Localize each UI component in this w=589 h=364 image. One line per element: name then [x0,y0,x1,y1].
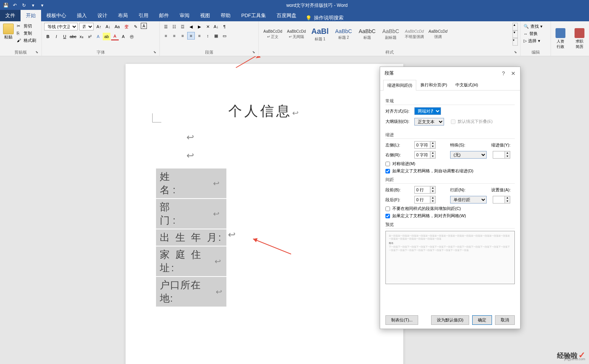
tab-home[interactable]: 开始 [21,10,41,21]
tab-template[interactable]: 模板中心 [41,10,72,21]
superscript-icon[interactable]: x² [86,33,94,40]
clipboard-launcher[interactable]: ⬊ [35,50,40,55]
select-button[interactable]: ▷选择▾ [524,37,548,45]
left-indent-spinner[interactable]: ▲▼ [414,141,436,149]
spinner-down-icon[interactable]: ▼ [430,200,435,203]
undo-icon[interactable]: ↶ [12,3,18,8]
bullets-icon[interactable]: ☰ [162,23,170,30]
font-name-select[interactable]: 等线 (中文正文) [44,23,78,30]
align-center-icon[interactable]: ≡ [170,32,178,40]
tab-help[interactable]: 帮助 [215,10,236,21]
setting-value-input[interactable] [493,197,505,203]
style-no-spacing[interactable]: AaBbCcDd ↵ 无间隔 [285,23,308,46]
find-button[interactable]: 🔍查找▾ [524,23,548,30]
mirror-indent-checkbox-wrapper[interactable]: 对称缩进(M) [385,161,515,167]
document-page[interactable]: 个人信息↩ ↩ ↩ 姓 名:↩ 部 门:↩ 出 生 年 月:↩ 家 庭 住 址:… [126,64,403,364]
phonetic-icon[interactable]: 变 [123,23,130,30]
decrease-indent-icon[interactable]: ◀ [187,23,195,30]
dialog-tab-wrap[interactable]: 换行和分页(P) [416,79,451,90]
replace-button[interactable]: ↔替换 [524,30,548,37]
bold-icon[interactable]: B [44,33,52,40]
enclose-char-icon[interactable]: ㊕ [128,33,135,40]
set-default-button[interactable]: 设为默认值(D) [431,315,469,325]
before-spinner[interactable]: ▲▼ [414,186,436,194]
format-painter-button[interactable]: 🖌格式刷 [16,37,37,44]
show-marks-icon[interactable]: ¶ [221,23,228,30]
underline-icon[interactable]: U [61,33,68,40]
close-icon[interactable]: ✕ [511,70,516,76]
grid-indent-checkbox-wrapper[interactable]: 如果定义了文档网格，则自动调整右缩进(D) [385,168,515,174]
highlight-icon[interactable]: ab [103,33,110,40]
help-search[interactable]: 💡 操作说明搜索 [302,14,347,21]
tab-layout[interactable]: 布局 [113,10,133,21]
spinner-up-icon[interactable]: ▲ [430,186,435,190]
spinner-down-icon[interactable]: ▼ [430,155,435,158]
tab-design[interactable]: 设计 [92,10,113,21]
grid-align-checkbox[interactable] [385,214,390,218]
numbering-icon[interactable]: ☷ [170,23,178,30]
grid-indent-checkbox[interactable] [385,169,390,173]
spinner-up-icon[interactable]: ▲ [505,196,510,200]
save-icon[interactable]: 💾 [3,3,8,8]
cancel-button[interactable]: 取消 [495,315,515,325]
line-spacing-select[interactable]: 单倍行距 [450,196,487,203]
grid-align-checkbox-wrapper[interactable]: 如果定义了文档网格，则对齐到网格(W) [385,213,515,219]
extra-group-2[interactable]: 求职简历 精选 [570,21,589,56]
tab-review[interactable]: 审阅 [174,10,195,21]
shrink-font-icon[interactable]: A↓ [104,23,112,30]
style-title[interactable]: AaBbC 标题 [355,23,379,46]
spinner-down-icon[interactable]: ▼ [430,145,435,148]
style-emphasis[interactable]: AaBbCcDd 强调 [426,23,450,46]
mirror-checkbox[interactable] [385,162,390,166]
spinner-up-icon[interactable]: ▲ [430,141,435,145]
after-spinner[interactable]: ▲▼ [414,196,436,203]
shading-icon[interactable]: ▦ [212,32,220,40]
style-heading1[interactable]: AaBl 标题 1 [308,23,332,46]
font-color-icon[interactable]: A [111,33,119,40]
spinner-up-icon[interactable]: ▲ [505,151,510,155]
spinner-up-icon[interactable]: ▲ [430,196,435,200]
ok-button[interactable]: 确定 [472,315,492,325]
no-space-checkbox-wrapper[interactable]: 不要在相同样式的段落间增加间距(C) [385,206,515,211]
tab-baidu[interactable]: 百度网盘 [271,10,302,21]
setting-value-spinner[interactable]: ▲▼ [493,196,510,203]
style-heading2[interactable]: AaBbC 标题 2 [332,23,355,46]
no-space-checkbox[interactable] [385,207,390,211]
font-launcher[interactable]: ⬊ [153,50,158,55]
after-input[interactable] [415,197,430,203]
styles-launcher[interactable]: ⬊ [514,50,519,55]
spinner-down-icon[interactable]: ▼ [505,155,510,158]
multilevel-list-icon[interactable]: ☲ [179,23,186,30]
clear-format-icon[interactable]: ✎ [132,23,139,30]
style-subtitle[interactable]: AaBbC 副标题 [379,23,403,46]
copy-button[interactable]: ⎘复制 [16,30,37,37]
increase-indent-icon[interactable]: ▶ [196,23,203,30]
help-icon[interactable]: ? [502,70,505,76]
style-expand[interactable]: ▾ [513,38,518,46]
spinner-down-icon[interactable]: ▼ [505,200,510,203]
paste-button[interactable]: 粘贴 [2,23,14,44]
style-scroll-down[interactable]: ▼ [513,30,518,38]
redo-icon[interactable]: ↻ [21,3,27,8]
paragraph-launcher[interactable]: ⬊ [252,50,257,55]
strikethrough-icon[interactable]: abc [69,33,77,40]
spinner-up-icon[interactable]: ▲ [430,151,435,155]
before-input[interactable] [415,187,430,193]
justify-icon[interactable]: ≡ [187,32,195,40]
tab-view[interactable]: 视图 [195,10,215,21]
outline-select[interactable]: 正文文本 [414,118,444,126]
asian-layout-icon[interactable]: ✕ [204,23,212,30]
character-shading-icon[interactable]: A [119,33,127,40]
alignment-select[interactable]: 两端对齐 [414,107,441,115]
cut-button[interactable]: ✂剪切 [16,23,37,29]
tab-mail[interactable]: 邮件 [154,10,174,21]
style-scroll-up[interactable]: ▲ [513,23,518,30]
line-spacing-icon[interactable]: ↕ [204,32,212,40]
tab-pdf[interactable]: PDF工具集 [236,10,271,21]
grow-font-icon[interactable]: A↑ [95,23,103,30]
tab-stops-button[interactable]: 制表位(T)... [385,315,418,325]
style-normal[interactable]: AaBbCcDd ↵ 正文 [261,23,285,46]
subscript-icon[interactable]: x₂ [78,33,85,40]
align-right-icon[interactable]: ≡ [179,32,186,40]
font-size-select[interactable]: 四号 [79,23,94,30]
